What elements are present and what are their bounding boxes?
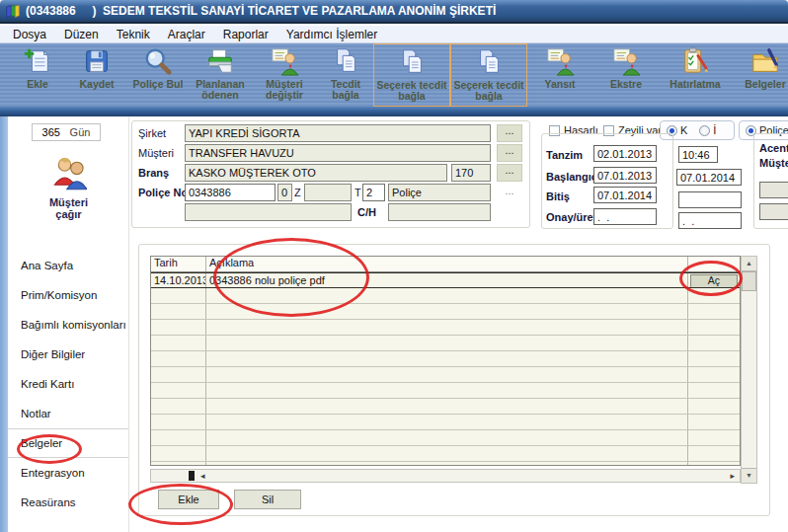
musteri-degistir-button[interactable]: Müşteri değiştir — [251, 43, 318, 107]
table-row — [151, 446, 740, 462]
cell-aciklama[interactable] — [206, 446, 688, 461]
scroll-thumb[interactable] — [742, 271, 756, 291]
brans-field[interactable]: KASKO MÜŞTEREK OTO — [185, 164, 447, 182]
vertical-scrollbar[interactable]: ▲ ▼ — [741, 256, 757, 484]
extra-date-field-1[interactable] — [678, 191, 742, 208]
toolbar-divider — [0, 107, 788, 116]
cell-tarih[interactable] — [151, 415, 206, 429]
t-input[interactable] — [362, 184, 385, 201]
acente-field[interactable] — [759, 182, 788, 198]
tecdit-bagla-button[interactable]: Tecdit bağla — [318, 43, 373, 107]
scroll-down-button[interactable]: ▼ — [742, 468, 756, 483]
cell-tarih[interactable] — [151, 351, 206, 366]
musteri-right-field[interactable] — [759, 203, 788, 220]
call-customer-button[interactable]: Müşteri çağır — [8, 156, 129, 220]
secerek-tecdit-bagla-button-2[interactable]: Seçerek tecdit bağla — [450, 43, 527, 107]
sidebar-item-entegrasyon[interactable]: Entegrasyon — [8, 458, 128, 488]
menu-dosya[interactable]: Dosya — [4, 28, 55, 41]
cell-tarih[interactable] — [151, 462, 206, 466]
musteri-field[interactable]: TRANSFER HAVUZU — [185, 144, 491, 162]
document-add-button[interactable]: Ekle — [158, 490, 219, 509]
document-delete-button[interactable]: Sil — [234, 490, 301, 509]
police-type-field[interactable]: Poliçe — [388, 184, 491, 201]
end-date2-field[interactable] — [676, 169, 742, 186]
cell-tarih[interactable] — [151, 304, 206, 319]
onay-field[interactable] — [593, 208, 657, 225]
hscroll-thumb[interactable] — [189, 471, 195, 481]
sirket-browse-button[interactable]: ... — [497, 124, 522, 142]
menu-teknik[interactable]: Teknik — [108, 28, 159, 41]
column-header-aciklama[interactable]: Açıklama — [206, 257, 688, 271]
cell-tarih[interactable] — [151, 367, 206, 382]
belgeler-button[interactable]: Belgeler — [731, 43, 788, 107]
cell-aciklama[interactable] — [206, 320, 688, 335]
open-document-button[interactable]: Aç — [690, 274, 738, 287]
baslangic-field[interactable] — [593, 167, 657, 184]
horizontal-scrollbar[interactable]: ◂ ▸ — [150, 469, 741, 483]
time-field[interactable] — [678, 146, 718, 163]
cell-tarih[interactable] — [151, 383, 206, 398]
cell-aciklama[interactable]: 0343886 nolu poliçe pdf — [206, 273, 688, 287]
sidebar-item-reasürans[interactable]: Reasürans — [8, 488, 128, 517]
cell-aciklama[interactable] — [206, 351, 688, 366]
cell-tarih[interactable]: 14.10.2013 — [151, 273, 206, 287]
cell-tarih[interactable] — [151, 399, 206, 414]
column-header-tarih[interactable]: Tarih — [151, 257, 206, 271]
cell-aciklama[interactable] — [206, 288, 688, 303]
ch-field[interactable] — [388, 203, 491, 221]
menu-araçlar[interactable]: Araçlar — [159, 28, 214, 41]
ekle-button[interactable]: Ekle — [8, 43, 67, 107]
cell-aciklama[interactable] — [206, 430, 688, 445]
sidebar-item-notlar[interactable]: Notlar — [8, 399, 128, 428]
hscroll-left-button[interactable]: ◂ — [200, 470, 205, 482]
folder-pen-icon — [750, 46, 780, 76]
cell-aciklama[interactable] — [206, 304, 688, 319]
cell-tarih[interactable] — [151, 446, 206, 461]
days-field[interactable]: 365 Gün — [32, 123, 101, 141]
menu-raporlar[interactable]: Raporlar — [214, 28, 277, 41]
secerek-tecdit-bagla-button-1[interactable]: Seçerek tecdit bağla — [373, 43, 450, 107]
cell-tarih[interactable] — [151, 430, 206, 445]
police-browse-button[interactable]: ... — [497, 186, 522, 203]
extra-policy-field[interactable] — [185, 203, 352, 221]
toolbar-button-label: Hatırlatma — [670, 79, 720, 90]
sirket-field[interactable]: YAPI KREDİ SİGORTA — [185, 124, 491, 142]
sidebar-item-diğer-bilgiler[interactable]: Diğer Bilgiler — [8, 340, 128, 369]
yansit-button[interactable]: Yansıt — [527, 43, 592, 107]
tanzim-field[interactable] — [593, 145, 657, 162]
cell-aciklama[interactable] — [206, 383, 688, 398]
cell-aciklama[interactable] — [206, 462, 688, 466]
renewal-field[interactable]: 0 — [277, 184, 292, 201]
window-title: (0343886 ) SEDEM TEKSTİL SANAYİ TİCARET … — [26, 4, 496, 18]
cell-aciklama[interactable] — [206, 415, 688, 429]
menu-düzen[interactable]: Düzen — [55, 28, 108, 41]
sidebar-item-belgeler[interactable]: Belgeler — [8, 428, 128, 458]
sidebar-item-bağımlı-komisyonları[interactable]: Bağımlı komisyonları — [8, 310, 128, 340]
musteri-browse-button[interactable]: ... — [497, 144, 522, 162]
i-radio[interactable] — [699, 125, 710, 136]
bitis-field[interactable] — [593, 187, 657, 203]
scroll-up-button[interactable]: ▲ — [742, 257, 756, 271]
cell-aciklama[interactable] — [206, 399, 688, 414]
planlanan-odenen-button[interactable]: Planlanan ödenen — [190, 43, 251, 107]
sidebar-item-kredi-kartı[interactable]: Kredi Kartı — [8, 369, 128, 399]
cell-tarih[interactable] — [151, 288, 206, 303]
cell-aciklama[interactable] — [206, 367, 688, 382]
menu-yardımcı-i-şlemler[interactable]: Yardımcı İşlemler — [277, 28, 386, 41]
cell-aciklama[interactable] — [206, 336, 688, 350]
hatirlatma-button[interactable]: Hatırlatma — [660, 43, 731, 107]
sidebar-item-prim-komisyon[interactable]: Prim/Komisyon — [8, 280, 128, 310]
extra-date-field-2[interactable] — [678, 212, 742, 229]
brans-browse-button[interactable]: ... — [497, 164, 522, 182]
hscroll-right-button[interactable]: ▸ — [730, 470, 735, 482]
cell-action — [688, 415, 740, 429]
ekstre-button[interactable]: Ekstre — [592, 43, 660, 107]
sidebar-item-ana-sayfa[interactable]: Ana Sayfa — [8, 251, 128, 280]
cell-tarih[interactable] — [151, 336, 206, 350]
cell-tarih[interactable] — [151, 320, 206, 335]
kaydet-button[interactable]: Kaydet — [67, 43, 126, 107]
police-bul-button[interactable]: Poliçe Bul — [126, 43, 190, 107]
police-no-input[interactable] — [185, 184, 276, 201]
z-field[interactable] — [304, 184, 352, 201]
brans-code-field[interactable]: 170 — [451, 164, 491, 182]
